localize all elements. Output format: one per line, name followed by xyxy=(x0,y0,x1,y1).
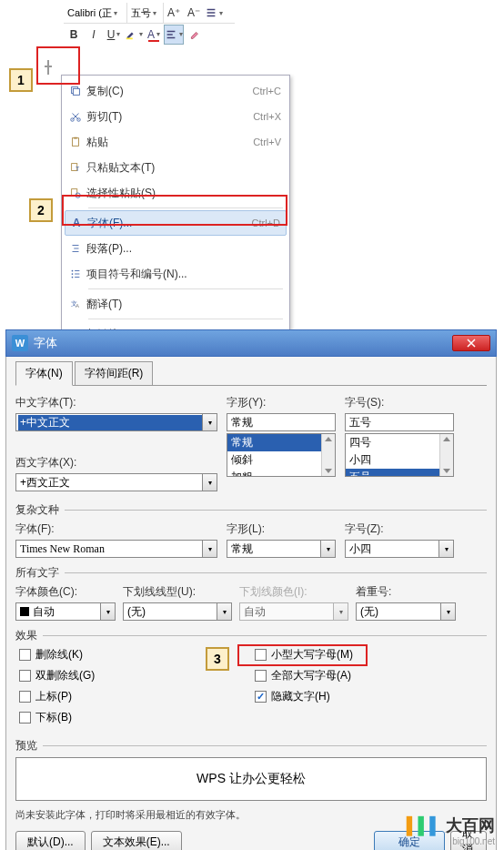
grow-font-button[interactable]: A⁺ xyxy=(164,3,184,23)
list-style[interactable]: 常规 倾斜 加粗 xyxy=(227,433,336,477)
dialog-titlebar: W 字体 xyxy=(5,329,497,357)
combo-underline-color: 自动▾ xyxy=(239,602,348,621)
list-size[interactable]: 四号 小四 五号 xyxy=(345,433,454,477)
paste-text-icon: T xyxy=(65,161,86,174)
svg-text:A: A xyxy=(76,302,80,309)
highlight-box-3 xyxy=(237,644,368,666)
menu-cut[interactable]: 剪切(T)Ctrl+X xyxy=(65,104,287,129)
section-preview: 预览 xyxy=(15,738,487,754)
combo-emphasis[interactable]: (无)▾ xyxy=(356,602,456,621)
check-hidden[interactable]: 隐藏文字(H) xyxy=(255,689,487,704)
tab-font[interactable]: 字体(N) xyxy=(15,361,73,386)
highlight-button[interactable]: ▾ xyxy=(124,25,144,45)
combo-cx-font[interactable]: Times New Roman▾ xyxy=(15,540,217,558)
app-icon: W xyxy=(12,335,28,351)
bold-button[interactable]: B xyxy=(64,25,84,45)
callout-1: 1 xyxy=(9,68,33,92)
svg-rect-6 xyxy=(74,137,77,139)
input-style[interactable]: 常规 xyxy=(227,413,336,431)
paste-icon xyxy=(65,136,86,148)
svg-rect-0 xyxy=(126,37,133,39)
label-en-font: 西文字体(X): xyxy=(15,455,217,471)
combo-cx-size[interactable]: 小四▾ xyxy=(345,540,454,558)
watermark: ▌▌▌ 大百网 big100.net xyxy=(407,815,495,846)
tab-spacing[interactable]: 字符间距(R) xyxy=(75,361,154,386)
font-dialog: W 字体 字体(N) 字符间距(R) 中文字体(T): +中文正文▾ 字形(Y)… xyxy=(5,329,497,850)
label-underline-color: 下划线颜色(I): xyxy=(239,584,348,600)
svg-rect-2 xyxy=(73,88,79,95)
paragraph-icon xyxy=(65,242,86,255)
input-size[interactable]: 五号 xyxy=(345,413,454,431)
align-button[interactable]: ▾ xyxy=(164,25,184,45)
preview-area: WPS 让办公更轻松 xyxy=(15,757,487,801)
italic-button[interactable]: I xyxy=(84,25,104,45)
menu-bullets[interactable]: 项目符号和编号(N)... xyxy=(65,261,287,287)
label-style: 字形(Y): xyxy=(227,395,336,410)
eraser-button[interactable] xyxy=(184,25,204,45)
font-color-button[interactable]: A▾ xyxy=(144,25,164,45)
svg-rect-5 xyxy=(73,138,79,147)
section-all-text: 所有文字 xyxy=(15,565,487,581)
label-font-color: 字体颜色(C): xyxy=(15,584,116,600)
label-size: 字号(S): xyxy=(345,395,454,410)
check-sub[interactable]: 下标(B) xyxy=(19,710,251,725)
combo-en-font[interactable]: +西文正文▾ xyxy=(15,473,217,491)
shrink-font-button[interactable]: A⁻ xyxy=(184,3,204,23)
combo-cx-style[interactable]: 常规▾ xyxy=(227,540,336,558)
highlight-box-2 xyxy=(62,195,287,226)
cut-icon xyxy=(65,110,86,123)
label-underline: 下划线线型(U): xyxy=(123,584,232,600)
font-size-selector[interactable]: 五号▾ xyxy=(127,3,164,23)
svg-point-13 xyxy=(72,277,74,278)
menu-translate[interactable]: 文A翻译(T) xyxy=(65,291,287,317)
svg-point-12 xyxy=(72,273,74,275)
callout-3: 3 xyxy=(206,647,229,671)
callout-2: 2 xyxy=(29,198,53,222)
check-allcaps[interactable]: 全部大写字母(A) xyxy=(255,668,487,683)
label-cn-font: 中文字体(T): xyxy=(15,395,217,410)
label-cx-style: 字形(L): xyxy=(227,521,336,537)
section-effects: 效果 xyxy=(15,628,487,643)
svg-point-11 xyxy=(72,270,74,272)
copy-icon xyxy=(65,85,86,97)
line-spacing-button[interactable]: ▾ xyxy=(204,3,224,23)
combo-cn-font[interactable]: +中文正文▾ xyxy=(15,413,217,431)
text-effect-button[interactable]: 文本效果(E)... xyxy=(91,831,182,850)
section-complex: 复杂文种 xyxy=(15,502,487,518)
translate-icon: 文A xyxy=(65,298,86,310)
mini-toolbar: Calibri (正▾ 五号▾ A⁺ A⁻ ▾ B I U▾ ▾ A▾ ▾ xyxy=(64,3,235,45)
label-cx-font: 字体(F): xyxy=(15,521,217,537)
highlight-box-1 xyxy=(36,46,80,85)
menu-paragraph[interactable]: 段落(P)... xyxy=(65,236,287,261)
dialog-tabs: 字体(N) 字符间距(R) xyxy=(15,364,487,386)
menu-paste[interactable]: 粘贴Ctrl+V xyxy=(65,129,287,155)
svg-text:T: T xyxy=(76,166,80,172)
bullets-icon xyxy=(65,268,86,280)
check-super[interactable]: 上标(P) xyxy=(19,689,251,704)
combo-underline[interactable]: (无)▾ xyxy=(123,602,232,621)
dialog-title-text: 字体 xyxy=(34,335,57,351)
default-button[interactable]: 默认(D)... xyxy=(15,831,86,850)
font-family-selector[interactable]: Calibri (正▾ xyxy=(64,3,127,23)
label-cx-size: 字号(Z): xyxy=(345,521,454,537)
menu-copy[interactable]: 复制(C)Ctrl+C xyxy=(65,78,287,104)
close-button[interactable] xyxy=(452,335,490,351)
underline-button[interactable]: U▾ xyxy=(104,25,124,45)
combo-font-color[interactable]: 自动▾ xyxy=(15,602,116,621)
menu-paste-text[interactable]: T只粘贴文本(T) xyxy=(65,155,287,180)
label-emphasis: 着重号: xyxy=(356,584,456,600)
